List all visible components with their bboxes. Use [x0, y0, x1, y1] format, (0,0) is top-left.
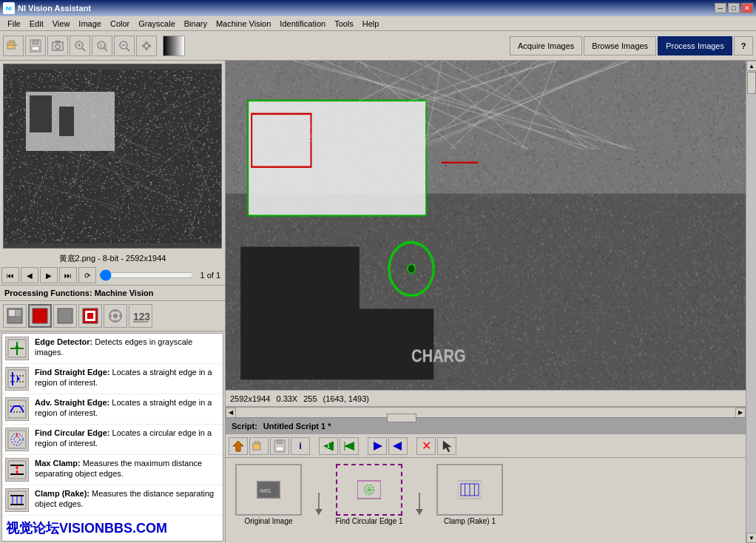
- acquire-images-button[interactable]: Acquire Images: [510, 36, 582, 55]
- func-icon-binary[interactable]: [78, 304, 102, 328]
- script-add-button[interactable]: [229, 437, 248, 455]
- script-label: Script:: [232, 422, 257, 431]
- func-edge-detector[interactable]: Edge Detector: Detects edges in grayscal…: [2, 334, 223, 364]
- scroll-right-button[interactable]: ▶: [735, 408, 746, 418]
- script-run-step-button[interactable]: 1: [319, 437, 338, 455]
- script-step-original: IMG Original Image: [232, 464, 306, 525]
- menu-file[interactable]: File: [3, 18, 25, 30]
- script-panel: Script: Untitled Script 1 * i: [226, 417, 746, 543]
- svg-point-88: [368, 489, 370, 490]
- menu-binary[interactable]: Binary: [180, 18, 212, 30]
- toolbar: 1:1 Acquire Images Browse Images Process…: [0, 31, 756, 61]
- menu-edit[interactable]: Edit: [25, 18, 48, 30]
- menubar: File Edit View Image Color Grayscale Bin…: [0, 16, 756, 31]
- svg-line-10: [82, 48, 85, 51]
- scroll-track-v[interactable]: [746, 71, 756, 533]
- browse-images-button[interactable]: Browse Images: [584, 36, 656, 55]
- horizontal-scrollbar[interactable]: ◀ ▶: [226, 407, 746, 417]
- process-images-button[interactable]: Process Images: [658, 36, 732, 55]
- menu-image[interactable]: Image: [74, 18, 106, 30]
- script-delete-button[interactable]: ✕: [416, 437, 436, 455]
- script-cursor-button[interactable]: [437, 437, 456, 455]
- clamp-rake-step[interactable]: [436, 464, 503, 516]
- maximize-button[interactable]: □: [728, 3, 740, 13]
- toolbar-open[interactable]: [3, 36, 24, 56]
- svg-rect-69: [255, 442, 259, 444]
- func-find-straight-edge[interactable]: Find Straight Edge: Locates a straight e…: [2, 364, 223, 394]
- func-icon-color[interactable]: [3, 304, 27, 328]
- image-dimensions: 2592x1944: [230, 394, 270, 403]
- svg-text:123: 123: [133, 311, 149, 323]
- function-icon-tabs: 123: [0, 301, 225, 331]
- toolbar-zoom-in[interactable]: [70, 36, 90, 56]
- svg-rect-30: [87, 313, 93, 319]
- script-step-find-circular: Find Circular Edge 1: [332, 464, 406, 525]
- menu-identification[interactable]: Identification: [275, 18, 330, 30]
- image-statusbar: 2592x1944 0.33X 255 (1643, 1493): [226, 390, 746, 406]
- scroll-left-button[interactable]: ◀: [226, 408, 236, 418]
- main-image-area[interactable]: 2592x1944 0.33X 255 (1643, 1493): [226, 61, 746, 407]
- script-back-button[interactable]: [368, 437, 387, 455]
- right-panel: 2592x1944 0.33X 255 (1643, 1493) ◀ ▶: [226, 61, 756, 543]
- toolbar-zoom-out[interactable]: [114, 36, 135, 56]
- script-save-button[interactable]: [270, 437, 289, 455]
- func-max-clamp[interactable]: Max Clamp: Measures the maximum distance…: [2, 455, 223, 485]
- app-title: NI Vision Assistant: [18, 4, 91, 13]
- nav-last[interactable]: ⏭: [59, 267, 77, 283]
- top-right-buttons: Acquire Images Browse Images Process Ima…: [510, 36, 753, 55]
- svg-rect-8: [55, 41, 60, 43]
- nav-first[interactable]: ⏮: [1, 267, 19, 283]
- help-button[interactable]: ?: [734, 36, 753, 55]
- nav-slider[interactable]: [99, 268, 194, 283]
- nav-reload[interactable]: ⟳: [78, 267, 96, 283]
- func-icon-gray[interactable]: [53, 304, 77, 328]
- watermark: 视觉论坛VISIONBBS.COM: [6, 519, 167, 537]
- func-find-circular-edge[interactable]: Find Circular Edge: Locates a circular e…: [2, 425, 223, 455]
- script-title: Untitled Script 1 *: [263, 422, 331, 431]
- scroll-thumb[interactable]: [387, 414, 416, 422]
- vertical-scrollbar[interactable]: ▲ ▼: [746, 61, 756, 543]
- menu-grayscale[interactable]: Grayscale: [134, 18, 180, 30]
- func-icon-123[interactable]: 123: [129, 304, 152, 328]
- original-image-step[interactable]: IMG: [235, 464, 302, 516]
- find-circular-edge-step[interactable]: [336, 464, 402, 516]
- nav-controls: ⏮ ◀ ▶ ⏭ ⟳ 1 of 1: [0, 266, 225, 285]
- func-clamp-rake[interactable]: Clamp (Rake): Measures the distance sepa…: [2, 485, 223, 516]
- toolbar-save[interactable]: [25, 36, 46, 56]
- svg-point-32: [113, 314, 118, 318]
- toolbar-zoom-fit[interactable]: 1:1: [92, 36, 112, 56]
- scroll-down-button[interactable]: ▼: [746, 533, 756, 543]
- svg-point-7: [55, 44, 60, 49]
- script-forward-button[interactable]: [388, 437, 408, 455]
- nav-prev[interactable]: ◀: [21, 267, 38, 283]
- script-info-button[interactable]: i: [291, 437, 310, 455]
- svg-rect-1: [10, 41, 14, 43]
- func-icon-machine[interactable]: [104, 304, 127, 328]
- menu-color[interactable]: Color: [106, 18, 134, 30]
- image-info: 黄底2.png - 8-bit - 2592x1944: [0, 252, 225, 266]
- find-circular-edge-icon: [5, 428, 29, 451]
- svg-marker-84: [315, 509, 323, 515]
- svg-marker-22: [148, 44, 152, 48]
- menu-machine-vision[interactable]: Machine Vision: [212, 18, 275, 30]
- nav-next[interactable]: ▶: [40, 267, 58, 283]
- minimize-button[interactable]: ─: [715, 3, 726, 13]
- menu-help[interactable]: Help: [358, 18, 384, 30]
- script-toolbar: i 1: [226, 434, 746, 458]
- menu-tools[interactable]: Tools: [330, 18, 358, 30]
- svg-line-17: [126, 48, 129, 51]
- close-button[interactable]: ✕: [741, 3, 753, 13]
- titlebar-left: NI NI Vision Assistant: [3, 2, 91, 14]
- script-open-button[interactable]: [249, 437, 269, 455]
- app-logo: NI: [3, 2, 15, 14]
- toolbar-capture[interactable]: [47, 36, 68, 56]
- scroll-thumb-v[interactable]: [747, 72, 756, 94]
- func-icon-red[interactable]: [28, 304, 52, 328]
- func-adv-straight-edge[interactable]: Adv. Straight Edge: Locates a straight e…: [2, 394, 223, 425]
- find-circular-edge-label: Find Circular Edge 1: [335, 517, 402, 525]
- menu-view[interactable]: View: [48, 18, 75, 30]
- toolbar-pan[interactable]: [136, 36, 157, 56]
- right-main: 2592x1944 0.33X 255 (1643, 1493) ◀ ▶: [226, 61, 746, 543]
- scroll-up-button[interactable]: ▲: [746, 61, 756, 71]
- script-run-button[interactable]: [340, 437, 359, 455]
